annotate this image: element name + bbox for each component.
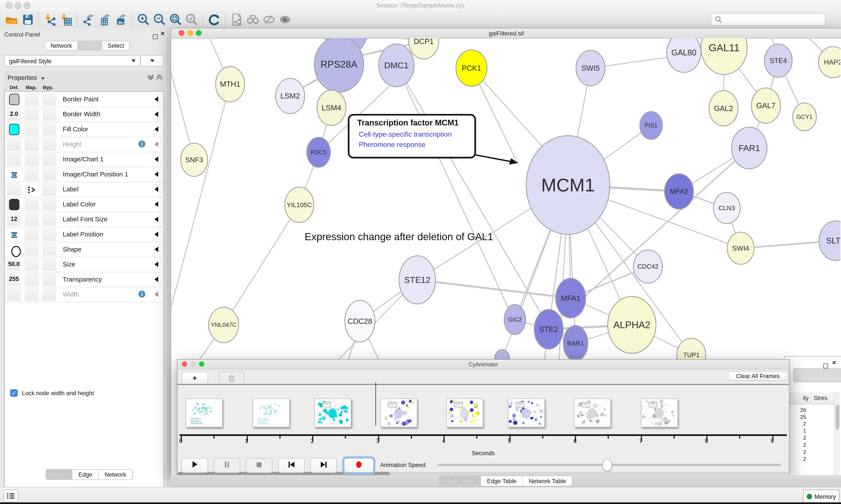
def-cell[interactable] (7, 168, 21, 181)
info-icon[interactable]: i (139, 290, 145, 298)
timeline-frame-1[interactable] (185, 398, 222, 427)
timeline-frame-8[interactable] (641, 398, 678, 427)
byp-cell[interactable] (42, 153, 56, 166)
float-panel-icon[interactable] (153, 32, 158, 41)
annotation-link[interactable]: Pheromone response (359, 141, 425, 148)
annotation-link[interactable]: Cell-type-specific transcription (359, 130, 452, 138)
zoom-window-icon[interactable] (196, 30, 202, 36)
speed-slider-thumb[interactable] (602, 459, 612, 471)
timeline-frame-4[interactable] (380, 398, 417, 427)
export-table-button[interactable] (96, 12, 112, 27)
map-cell[interactable] (25, 123, 39, 136)
export-network-button[interactable] (80, 12, 96, 27)
def-cell[interactable]: 2.0 (7, 108, 21, 121)
timeline-frame-3[interactable] (314, 398, 351, 427)
zoom-selected-button[interactable] (183, 12, 199, 27)
map-cell[interactable] (25, 168, 39, 181)
properties-menu-icon[interactable] (41, 77, 45, 80)
skip-start-button[interactable] (278, 458, 305, 473)
expand-row-icon[interactable] (155, 96, 158, 102)
expand-row-icon[interactable] (155, 202, 158, 207)
tab-node[interactable]: Node (46, 470, 73, 479)
zoom-fit-button[interactable] (167, 12, 183, 27)
byp-cell[interactable] (42, 258, 56, 271)
timeline-frame-7[interactable] (574, 398, 611, 427)
record-button[interactable] (344, 458, 374, 473)
property-row-border-paint[interactable]: Border Paint (5, 92, 162, 107)
tab-network[interactable]: Network (45, 41, 78, 50)
tab-style[interactable]: Style (78, 41, 102, 50)
def-cell[interactable] (7, 138, 21, 151)
expand-row-icon[interactable] (155, 127, 158, 132)
zoom-window-icon[interactable] (24, 2, 31, 9)
byp-cell[interactable] (42, 123, 56, 136)
def-cell[interactable] (7, 153, 21, 166)
tab-network-table[interactable]: Network Table (523, 476, 573, 486)
zoom-in-button[interactable] (135, 12, 151, 27)
play-button[interactable] (181, 458, 208, 473)
hide-panel-button[interactable] (261, 12, 276, 27)
tab-network[interactable]: Network (99, 470, 133, 479)
def-cell[interactable] (7, 288, 21, 301)
map-cell[interactable] (25, 243, 39, 256)
map-cell[interactable] (25, 228, 39, 241)
checkbox-checked-icon[interactable]: ✓ (10, 389, 18, 397)
apply-preferred-layout-button[interactable] (206, 12, 222, 27)
property-row-image-chart-position-1[interactable]: Image/Chart Position 1 (5, 167, 162, 182)
byp-cell[interactable] (42, 198, 56, 211)
property-row-transparency[interactable]: 255Transparency (5, 272, 162, 287)
tab-node-table[interactable]: Node Table (439, 476, 481, 486)
close-window-icon[interactable] (5, 2, 12, 9)
def-cell[interactable] (7, 183, 21, 196)
map-cell[interactable] (25, 198, 39, 211)
playhead[interactable] (375, 382, 376, 426)
close-panel-icon[interactable]: ✕ (160, 31, 165, 36)
show-panel-button[interactable] (277, 12, 293, 27)
style-options-button[interactable] (141, 55, 164, 66)
close-window-icon[interactable] (182, 361, 187, 367)
def-cell[interactable] (7, 198, 21, 211)
map-cell[interactable] (25, 153, 39, 166)
map-cell[interactable] (25, 213, 39, 226)
minimize-window-icon[interactable] (187, 30, 193, 36)
timeline-frame-5[interactable] (446, 398, 483, 427)
def-cell[interactable]: 50.0 (7, 258, 21, 271)
property-row-label-position[interactable]: Label Position (5, 227, 162, 242)
vertical-scrollbar[interactable] (834, 392, 840, 476)
memory-button[interactable]: Memory (803, 489, 839, 503)
property-row-image-chart-1[interactable]: Image/Chart 1 (5, 152, 162, 167)
scrollbar-thumb[interactable] (835, 405, 839, 430)
property-row-label-color[interactable]: Label Color (5, 197, 162, 212)
map-cell[interactable] (25, 108, 39, 121)
expand-row-icon[interactable] (155, 142, 158, 147)
skip-end-button[interactable] (310, 458, 337, 473)
byp-cell[interactable] (42, 288, 56, 301)
map-cell[interactable] (25, 183, 39, 196)
pause-button[interactable] (214, 458, 240, 473)
def-cell[interactable]: 255 (7, 273, 21, 286)
find-button[interactable] (245, 12, 261, 27)
byp-cell[interactable] (42, 168, 56, 181)
expand-row-icon[interactable] (155, 172, 158, 177)
byp-cell[interactable] (42, 93, 56, 106)
map-cell[interactable] (25, 93, 39, 106)
zoom-window-icon[interactable] (199, 361, 204, 367)
style-select[interactable]: galFiltered Style (4, 55, 141, 66)
expand-row-icon[interactable] (155, 217, 158, 222)
show-task-history-button[interactable] (3, 489, 18, 502)
clear-all-frames-button[interactable]: Clear All Frames (728, 371, 788, 381)
lock-size-row[interactable]: ✓ Lock node width and height (10, 389, 94, 397)
minimize-window-icon[interactable] (15, 2, 21, 9)
close-panel-icon[interactable]: ✕ (832, 360, 836, 365)
property-row-shape[interactable]: Shape (5, 242, 162, 257)
def-cell[interactable]: 12 (7, 213, 21, 226)
expand-row-icon[interactable] (155, 277, 158, 282)
timeline-frame-2[interactable] (252, 398, 289, 427)
import-table-button[interactable] (58, 12, 74, 27)
map-cell[interactable] (25, 258, 39, 271)
search-input[interactable] (723, 13, 825, 25)
close-window-icon[interactable] (179, 30, 185, 36)
expand-row-icon[interactable] (155, 247, 158, 252)
property-row-width[interactable]: Widthi (5, 287, 162, 302)
tab-select[interactable]: Select (102, 41, 130, 50)
